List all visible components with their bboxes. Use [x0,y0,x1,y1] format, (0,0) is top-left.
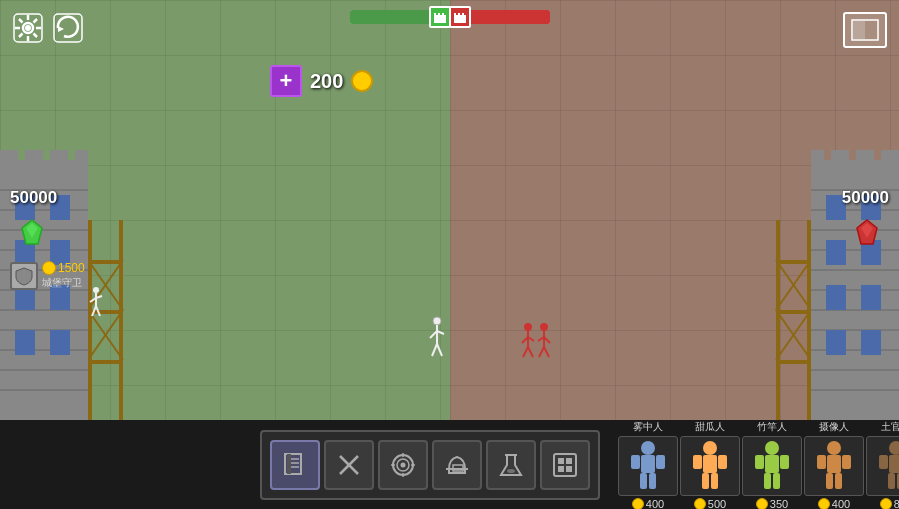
svg-line-72 [430,331,437,338]
svg-rect-4 [75,150,88,180]
svg-line-92 [92,306,96,316]
svg-rect-162 [826,473,833,489]
svg-line-75 [437,344,442,356]
svg-line-101 [34,34,38,38]
score-right: 50000 [842,188,889,208]
svg-rect-156 [764,473,771,489]
svg-rect-137 [566,458,572,464]
coin-icon-1 [694,498,706,510]
unit-card-4[interactable]: 土官长 800 [866,420,899,510]
svg-rect-143 [656,455,665,469]
svg-point-158 [827,441,841,455]
svg-line-86 [539,347,544,357]
svg-point-82 [540,323,548,331]
tool-flask[interactable] [486,440,536,490]
svg-rect-149 [718,455,727,469]
svg-rect-118 [287,454,291,474]
unit-card-3[interactable]: 摄像人 400 [804,420,864,510]
plus-count: 200 [310,70,343,93]
scaffold-right-side [776,220,811,420]
svg-rect-61 [776,360,811,364]
svg-rect-34 [811,150,824,180]
coin-shield [42,261,56,275]
svg-rect-57 [776,220,780,420]
svg-rect-154 [755,455,764,469]
unit-card-cost-2: 350 [756,498,788,510]
unit-card-cost-0: 400 [632,498,664,510]
score-left: 50000 [10,188,57,208]
tool-target[interactable] [378,440,428,490]
svg-rect-144 [640,473,647,489]
svg-line-80 [523,347,528,357]
health-bar-container [350,10,550,24]
castle-icon-green [429,6,451,28]
stick-figure-left [430,316,444,360]
svg-rect-135 [554,454,576,476]
tool-buttons [260,430,600,500]
svg-rect-23 [50,330,70,355]
svg-rect-54 [861,285,881,310]
red-figures [520,321,555,380]
unit-card-label-2: 竹竿人 [757,420,787,434]
unit-card-cost-1: 500 [694,498,726,510]
bottom-toolbar: 雾中人 400甜瓜人 500竹竿人 350摄像人 [0,420,899,509]
game-field: 50000 50000 + 200 [0,0,899,420]
unit-card-img-0 [618,436,678,496]
svg-rect-24 [88,220,92,420]
svg-rect-151 [711,473,718,489]
minimap-button[interactable] [843,12,887,48]
unit-card-2[interactable]: 竹竿人 350 [742,420,802,510]
unit-card-label-3: 摄像人 [819,420,849,434]
bottom-unit-list: 雾中人 400甜瓜人 500竹竿人 350摄像人 [618,416,899,510]
shield-cost-display: 1500 [58,261,85,275]
shield-unit: 1500 城堡守卫 [10,261,85,290]
svg-rect-114 [462,13,464,17]
svg-rect-112 [454,13,456,17]
top-hud [0,10,899,24]
svg-point-76 [524,323,532,331]
tool-helmet[interactable] [432,440,482,490]
gem-red [853,218,881,246]
svg-rect-168 [888,473,895,489]
svg-rect-153 [765,455,779,473]
unit-card-label-4: 土官长 [881,420,899,434]
coin-icon-4 [880,498,892,510]
health-red [460,10,550,24]
coin-icon-0 [632,498,644,510]
scaffold-left-side [88,220,123,420]
unit-card-0[interactable]: 雾中人 400 [618,420,678,510]
unit-card-label-1: 甜瓜人 [695,420,725,434]
svg-point-134 [507,469,515,473]
svg-rect-1 [0,150,18,180]
tool-book[interactable] [270,440,320,490]
svg-rect-28 [88,360,123,364]
svg-line-73 [437,331,444,334]
svg-line-93 [96,306,100,316]
svg-rect-109 [438,13,440,17]
svg-rect-35 [831,150,849,180]
svg-point-88 [93,287,99,293]
svg-rect-3 [50,150,68,180]
svg-rect-26 [88,260,123,264]
plus-box: + [270,65,302,97]
tool-sword[interactable] [324,440,374,490]
svg-rect-22 [15,330,35,355]
svg-rect-139 [566,466,572,472]
svg-rect-155 [780,455,789,469]
tool-cog[interactable] [540,440,590,490]
castle-icon-red [449,6,471,28]
game-container: 50000 50000 + 200 [0,0,899,509]
svg-rect-60 [776,310,811,314]
castle-tower-right [811,130,899,420]
svg-rect-166 [879,455,888,469]
unit-card-1[interactable]: 甜瓜人 500 [680,420,740,510]
plus-indicator: + 200 [270,65,373,97]
svg-rect-37 [881,150,899,180]
svg-rect-165 [889,455,899,473]
svg-line-81 [528,347,533,357]
svg-rect-25 [119,220,123,420]
svg-rect-36 [856,150,874,180]
svg-rect-159 [827,455,841,473]
svg-rect-150 [702,473,709,489]
svg-rect-55 [826,330,846,355]
